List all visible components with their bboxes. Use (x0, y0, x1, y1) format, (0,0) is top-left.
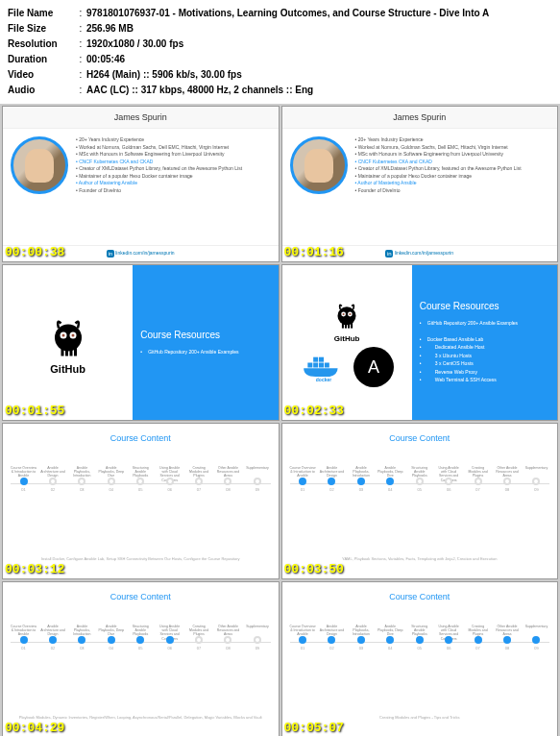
audio-value: AAC (LC) :: 317 kbps, 48000 Hz, 2 channe… (86, 83, 552, 98)
timeline-node: Creating Modules and Plugins 07 (465, 625, 491, 650)
thumbnail-timestamp: 00:00:38 (5, 245, 64, 259)
timeline-node: Ansible Architecture and Design 02 (39, 625, 65, 650)
timeline-caption: Playbook Modules, Dynamic Inventories, R… (7, 715, 275, 720)
svg-rect-14 (342, 323, 344, 329)
svg-rect-23 (325, 362, 329, 367)
presenter-name: James Spurin (282, 107, 558, 129)
timeline-node: Other Ansible Resources and Areas 08 (494, 466, 520, 492)
video-thumbnail[interactable]: James Spurin • 20+ Years Industry Experi… (2, 106, 280, 262)
filesize-value: 256.96 MB (86, 21, 552, 37)
video-thumbnail[interactable]: Course Content Course Overview & Introdu… (2, 423, 280, 579)
timeline-node: Structuring Ansible Playbooks 05 (406, 625, 432, 650)
presenter-avatar (11, 136, 68, 194)
timeline-node: Using Ansible with Cloud Services and Co… (436, 625, 462, 650)
github-label: GitHub (334, 334, 360, 343)
video-thumbnail[interactable]: Course Content Course Overview & Introdu… (281, 423, 559, 579)
docker-whale-icon: docker (300, 351, 348, 382)
timeline-caption: Install Docker, Configure Ansible Lab, S… (7, 556, 275, 561)
timeline-node: Using Ansible with Cloud Services and Co… (157, 466, 183, 492)
resolution-value: 1920x1080 / 30.00 fps (86, 37, 552, 52)
timeline-node: Ansible Playbooks, Deep Dive 04 (98, 625, 124, 650)
svg-point-0 (55, 324, 82, 351)
timeline-node: Creating Modules and Plugins 07 (186, 466, 212, 492)
thumbnail-timestamp: 00:02:33 (284, 404, 344, 418)
timeline-node: Structuring Ansible Playbooks 05 (128, 466, 154, 492)
video-value: H264 (Main) :: 5906 kb/s, 30.00 fps (86, 67, 552, 83)
timeline-node: Ansible Playbooks, Deep Dive 04 (377, 625, 403, 650)
svg-point-3 (61, 333, 64, 336)
timeline-node: Using Ansible with Cloud Services and Co… (436, 466, 462, 492)
bio-bullet-list: • 20+ Years Industry Experience• Worked … (76, 136, 242, 237)
svg-rect-7 (69, 349, 72, 356)
timeline-node: Course Overview & Introduction to Ansibl… (11, 466, 37, 492)
video-thumbnail[interactable]: James Spurin • 20+ Years Industry Experi… (281, 106, 559, 262)
svg-point-12 (343, 313, 345, 315)
timeline-node: Creating Modules and Plugins 07 (186, 625, 212, 650)
timeline-node: Structuring Ansible Playbooks 05 (128, 625, 154, 650)
timeline-node: Ansible Architecture and Design 02 (39, 466, 65, 492)
timeline-node: Supplementary 09 (244, 625, 270, 650)
timeline-node: Creating Modules and Plugins 07 (465, 466, 491, 492)
linkedin-icon: in (107, 250, 114, 258)
timeline-node: Supplementary 09 (244, 466, 270, 492)
svg-rect-5 (61, 347, 63, 356)
timeline-title: Course Content (7, 592, 275, 601)
resolution-label: Resolution (8, 37, 75, 52)
timeline-node: Supplementary 09 (523, 625, 549, 650)
svg-rect-18 (307, 362, 312, 367)
svg-text:docker: docker (316, 377, 331, 382)
timeline-title: Course Content (286, 433, 554, 443)
svg-rect-22 (319, 356, 324, 361)
timeline-node: Ansible Playbooks, Deep Dive 04 (98, 466, 124, 492)
video-label: Video (8, 67, 75, 83)
duration-label: Duration (8, 52, 75, 67)
github-octocat-icon (330, 298, 363, 331)
resources-logos: GitHub dockerA (282, 265, 412, 420)
video-thumbnail[interactable]: Course Content Course Overview & Introdu… (281, 581, 559, 736)
audio-label: Audio (8, 83, 75, 98)
timeline-node: Ansible Playbooks, Introduction 03 (348, 466, 374, 492)
ansible-icon: A (353, 347, 394, 387)
thumbnail-grid: James Spurin • 20+ Years Industry Experi… (0, 104, 560, 736)
svg-point-13 (350, 313, 352, 315)
svg-rect-17 (351, 323, 353, 329)
timeline-node: Supplementary 09 (523, 466, 549, 492)
timeline-node: Course Overview & Introduction to Ansibl… (290, 466, 316, 492)
timeline-node: Course Overview & Introduction to Ansibl… (290, 625, 316, 650)
bio-bullet-list: • 20+ Years Industry Experience• Worked … (355, 136, 522, 237)
video-thumbnail[interactable]: GitHub dockerA Course ResourcesGitHub Re… (281, 264, 559, 421)
svg-rect-15 (345, 324, 347, 329)
timeline-node: Structuring Ansible Playbooks 05 (406, 466, 432, 492)
github-octocat-icon (44, 311, 92, 359)
presenter-name: James Spurin (3, 107, 279, 129)
timeline-node: Other Ansible Resources and Areas 08 (494, 625, 520, 650)
thumbnail-timestamp: 00:03:12 (5, 562, 64, 577)
timeline-node: Ansible Architecture and Design 02 (319, 625, 345, 650)
video-thumbnail[interactable]: Course Content Course Overview & Introdu… (2, 581, 280, 736)
video-thumbnail[interactable]: GitHub Course ResourcesGitHub Repository… (2, 264, 280, 421)
svg-rect-16 (348, 324, 350, 329)
timeline-caption: Creating Modules and Plugins - Tips and … (286, 715, 554, 720)
timeline-title: Course Content (7, 433, 275, 443)
timeline-node: Using Ansible with Cloud Services and Co… (157, 625, 183, 650)
svg-point-4 (71, 333, 74, 336)
resources-panel: Course ResourcesGitHub Repository 200+ A… (133, 265, 278, 420)
file-metadata-panel: File Name:9781801076937-01 - Motivations… (0, 0, 560, 104)
timeline-node: Ansible Playbooks, Introduction 03 (348, 625, 374, 650)
github-label: GitHub (50, 363, 85, 375)
svg-rect-21 (313, 356, 318, 361)
svg-rect-8 (74, 347, 77, 356)
svg-point-9 (338, 307, 356, 325)
thumbnail-timestamp: 00:01:16 (284, 245, 344, 259)
resources-panel: Course ResourcesGitHub Repository 200+ A… (412, 265, 557, 420)
thumbnail-timestamp: 00:04:29 (5, 721, 64, 735)
filename-value: 9781801076937-01 - Motivations, Learning… (86, 6, 552, 21)
resources-logos: GitHub (3, 265, 133, 420)
svg-rect-19 (313, 362, 318, 367)
timeline-node: Ansible Playbooks, Introduction 03 (69, 466, 95, 492)
thumbnail-timestamp: 00:03:50 (284, 562, 344, 577)
timeline-title: Course Content (286, 592, 554, 601)
filesize-label: File Size (8, 21, 75, 37)
timeline-node: Ansible Architecture and Design 02 (319, 466, 345, 492)
svg-rect-20 (319, 362, 324, 367)
